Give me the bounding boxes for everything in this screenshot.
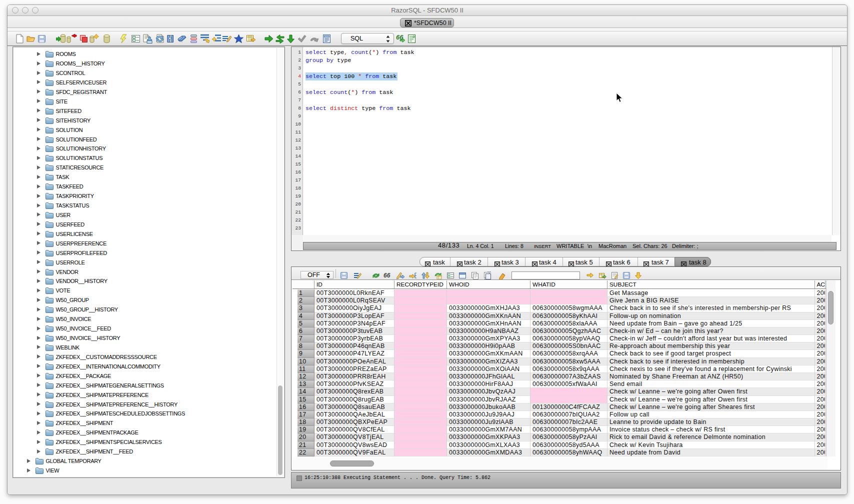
svg-text:66: 66: [384, 272, 390, 279]
